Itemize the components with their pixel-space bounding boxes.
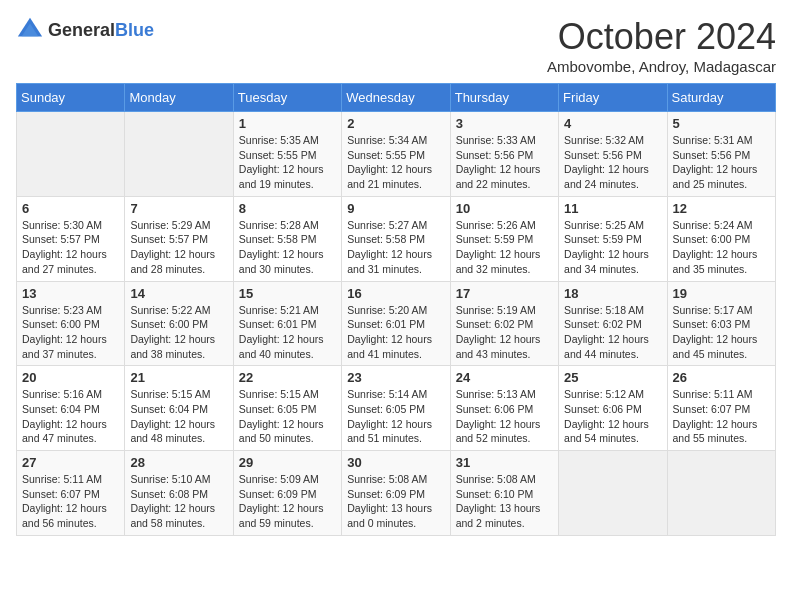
day-info: Sunrise: 5:26 AM Sunset: 5:59 PM Dayligh…: [456, 218, 553, 277]
day-number: 26: [673, 370, 770, 385]
calendar-cell: 12Sunrise: 5:24 AM Sunset: 6:00 PM Dayli…: [667, 196, 775, 281]
calendar-cell: 6Sunrise: 5:30 AM Sunset: 5:57 PM Daylig…: [17, 196, 125, 281]
calendar-cell: 1Sunrise: 5:35 AM Sunset: 5:55 PM Daylig…: [233, 112, 341, 197]
weekday-header: Tuesday: [233, 84, 341, 112]
weekday-header: Thursday: [450, 84, 558, 112]
calendar-cell: 26Sunrise: 5:11 AM Sunset: 6:07 PM Dayli…: [667, 366, 775, 451]
location-title: Ambovombe, Androy, Madagascar: [547, 58, 776, 75]
day-number: 7: [130, 201, 227, 216]
day-number: 9: [347, 201, 444, 216]
calendar-cell: [17, 112, 125, 197]
page-header: GeneralBlue October 2024 Ambovombe, Andr…: [16, 16, 776, 75]
day-number: 2: [347, 116, 444, 131]
logo: GeneralBlue: [16, 16, 154, 44]
calendar-cell: 18Sunrise: 5:18 AM Sunset: 6:02 PM Dayli…: [559, 281, 667, 366]
day-number: 12: [673, 201, 770, 216]
day-number: 16: [347, 286, 444, 301]
day-number: 24: [456, 370, 553, 385]
day-number: 14: [130, 286, 227, 301]
weekday-header: Sunday: [17, 84, 125, 112]
calendar-cell: 23Sunrise: 5:14 AM Sunset: 6:05 PM Dayli…: [342, 366, 450, 451]
day-info: Sunrise: 5:21 AM Sunset: 6:01 PM Dayligh…: [239, 303, 336, 362]
day-info: Sunrise: 5:24 AM Sunset: 6:00 PM Dayligh…: [673, 218, 770, 277]
weekday-header: Friday: [559, 84, 667, 112]
day-info: Sunrise: 5:32 AM Sunset: 5:56 PM Dayligh…: [564, 133, 661, 192]
calendar-cell: 14Sunrise: 5:22 AM Sunset: 6:00 PM Dayli…: [125, 281, 233, 366]
day-number: 29: [239, 455, 336, 470]
calendar-cell: 11Sunrise: 5:25 AM Sunset: 5:59 PM Dayli…: [559, 196, 667, 281]
calendar-week-row: 1Sunrise: 5:35 AM Sunset: 5:55 PM Daylig…: [17, 112, 776, 197]
day-info: Sunrise: 5:08 AM Sunset: 6:10 PM Dayligh…: [456, 472, 553, 531]
day-info: Sunrise: 5:18 AM Sunset: 6:02 PM Dayligh…: [564, 303, 661, 362]
calendar-cell: 4Sunrise: 5:32 AM Sunset: 5:56 PM Daylig…: [559, 112, 667, 197]
calendar-cell: 15Sunrise: 5:21 AM Sunset: 6:01 PM Dayli…: [233, 281, 341, 366]
day-info: Sunrise: 5:08 AM Sunset: 6:09 PM Dayligh…: [347, 472, 444, 531]
day-number: 30: [347, 455, 444, 470]
day-number: 20: [22, 370, 119, 385]
calendar-cell: 9Sunrise: 5:27 AM Sunset: 5:58 PM Daylig…: [342, 196, 450, 281]
calendar-cell: [125, 112, 233, 197]
calendar-cell: 16Sunrise: 5:20 AM Sunset: 6:01 PM Dayli…: [342, 281, 450, 366]
weekday-header: Wednesday: [342, 84, 450, 112]
calendar-week-row: 6Sunrise: 5:30 AM Sunset: 5:57 PM Daylig…: [17, 196, 776, 281]
day-number: 11: [564, 201, 661, 216]
day-info: Sunrise: 5:27 AM Sunset: 5:58 PM Dayligh…: [347, 218, 444, 277]
day-info: Sunrise: 5:28 AM Sunset: 5:58 PM Dayligh…: [239, 218, 336, 277]
calendar-cell: 5Sunrise: 5:31 AM Sunset: 5:56 PM Daylig…: [667, 112, 775, 197]
weekday-header: Saturday: [667, 84, 775, 112]
day-number: 5: [673, 116, 770, 131]
calendar-cell: 27Sunrise: 5:11 AM Sunset: 6:07 PM Dayli…: [17, 451, 125, 536]
calendar-table: SundayMondayTuesdayWednesdayThursdayFrid…: [16, 83, 776, 536]
month-title: October 2024: [547, 16, 776, 58]
logo-text-blue: Blue: [115, 20, 154, 40]
day-number: 21: [130, 370, 227, 385]
day-info: Sunrise: 5:12 AM Sunset: 6:06 PM Dayligh…: [564, 387, 661, 446]
calendar-cell: 8Sunrise: 5:28 AM Sunset: 5:58 PM Daylig…: [233, 196, 341, 281]
calendar-cell: 13Sunrise: 5:23 AM Sunset: 6:00 PM Dayli…: [17, 281, 125, 366]
day-info: Sunrise: 5:17 AM Sunset: 6:03 PM Dayligh…: [673, 303, 770, 362]
day-number: 15: [239, 286, 336, 301]
day-info: Sunrise: 5:14 AM Sunset: 6:05 PM Dayligh…: [347, 387, 444, 446]
day-info: Sunrise: 5:11 AM Sunset: 6:07 PM Dayligh…: [673, 387, 770, 446]
calendar-cell: 17Sunrise: 5:19 AM Sunset: 6:02 PM Dayli…: [450, 281, 558, 366]
day-info: Sunrise: 5:22 AM Sunset: 6:00 PM Dayligh…: [130, 303, 227, 362]
day-number: 10: [456, 201, 553, 216]
calendar-week-row: 13Sunrise: 5:23 AM Sunset: 6:00 PM Dayli…: [17, 281, 776, 366]
day-info: Sunrise: 5:20 AM Sunset: 6:01 PM Dayligh…: [347, 303, 444, 362]
day-info: Sunrise: 5:29 AM Sunset: 5:57 PM Dayligh…: [130, 218, 227, 277]
calendar-cell: 22Sunrise: 5:15 AM Sunset: 6:05 PM Dayli…: [233, 366, 341, 451]
day-number: 25: [564, 370, 661, 385]
calendar-cell: 28Sunrise: 5:10 AM Sunset: 6:08 PM Dayli…: [125, 451, 233, 536]
weekday-header: Monday: [125, 84, 233, 112]
calendar-cell: [559, 451, 667, 536]
calendar-cell: 20Sunrise: 5:16 AM Sunset: 6:04 PM Dayli…: [17, 366, 125, 451]
day-info: Sunrise: 5:30 AM Sunset: 5:57 PM Dayligh…: [22, 218, 119, 277]
day-number: 4: [564, 116, 661, 131]
day-info: Sunrise: 5:11 AM Sunset: 6:07 PM Dayligh…: [22, 472, 119, 531]
day-number: 13: [22, 286, 119, 301]
logo-icon: [16, 16, 44, 44]
day-info: Sunrise: 5:16 AM Sunset: 6:04 PM Dayligh…: [22, 387, 119, 446]
calendar-cell: [667, 451, 775, 536]
day-info: Sunrise: 5:33 AM Sunset: 5:56 PM Dayligh…: [456, 133, 553, 192]
day-info: Sunrise: 5:09 AM Sunset: 6:09 PM Dayligh…: [239, 472, 336, 531]
calendar-cell: 10Sunrise: 5:26 AM Sunset: 5:59 PM Dayli…: [450, 196, 558, 281]
day-info: Sunrise: 5:13 AM Sunset: 6:06 PM Dayligh…: [456, 387, 553, 446]
day-number: 3: [456, 116, 553, 131]
day-number: 27: [22, 455, 119, 470]
calendar-week-row: 27Sunrise: 5:11 AM Sunset: 6:07 PM Dayli…: [17, 451, 776, 536]
day-number: 18: [564, 286, 661, 301]
calendar-cell: 25Sunrise: 5:12 AM Sunset: 6:06 PM Dayli…: [559, 366, 667, 451]
day-number: 22: [239, 370, 336, 385]
calendar-cell: 30Sunrise: 5:08 AM Sunset: 6:09 PM Dayli…: [342, 451, 450, 536]
calendar-cell: 31Sunrise: 5:08 AM Sunset: 6:10 PM Dayli…: [450, 451, 558, 536]
calendar-cell: 21Sunrise: 5:15 AM Sunset: 6:04 PM Dayli…: [125, 366, 233, 451]
day-number: 1: [239, 116, 336, 131]
day-number: 31: [456, 455, 553, 470]
day-info: Sunrise: 5:35 AM Sunset: 5:55 PM Dayligh…: [239, 133, 336, 192]
day-info: Sunrise: 5:25 AM Sunset: 5:59 PM Dayligh…: [564, 218, 661, 277]
day-number: 6: [22, 201, 119, 216]
logo-text-general: General: [48, 20, 115, 40]
day-number: 23: [347, 370, 444, 385]
day-info: Sunrise: 5:15 AM Sunset: 6:05 PM Dayligh…: [239, 387, 336, 446]
